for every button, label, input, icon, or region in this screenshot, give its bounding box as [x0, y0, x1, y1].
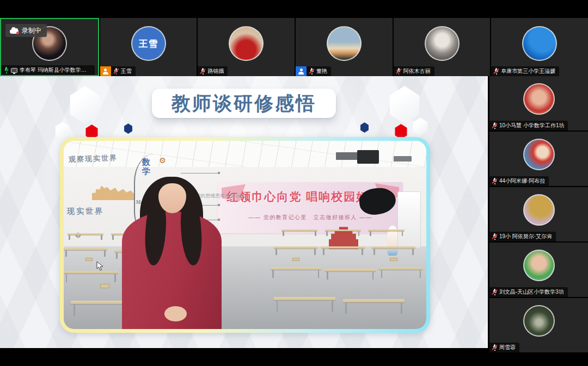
- meeting-window: 录制中 李有琴 玛纳斯县小学数学坊正在... 王雪 王雪: [0, 0, 588, 366]
- desk: [64, 271, 118, 274]
- avatar: [229, 26, 264, 61]
- avatar: [522, 26, 557, 61]
- avatar: [523, 194, 555, 226]
- mic-muted-icon: [492, 233, 497, 240]
- desk: [372, 246, 415, 249]
- stool: [100, 284, 110, 288]
- mic-muted-icon: [396, 68, 401, 75]
- mic-muted-icon: [492, 344, 497, 351]
- avatar: [327, 26, 362, 61]
- video-grid-top: 录制中 李有琴 玛纳斯县小学数学坊正在... 王雪 王雪: [0, 18, 588, 76]
- desk: [325, 229, 362, 231]
- video-tile-speaker[interactable]: 录制中 李有琴 玛纳斯县小学数学坊正在...: [0, 18, 99, 76]
- desk: [274, 246, 317, 249]
- desk: [343, 299, 405, 302]
- mic-muted-icon: [114, 68, 119, 75]
- mic-muted-icon: [492, 122, 497, 129]
- wall-art-text: 数学: [142, 158, 152, 176]
- city-skyline-art: [92, 184, 134, 200]
- mic-active-icon: [4, 67, 9, 73]
- screen-share-icon: [11, 68, 17, 73]
- desk: [379, 267, 422, 270]
- participant-name: 王雪: [121, 68, 132, 75]
- participant-name: 刘文晶-天山区小学数学3坊: [499, 289, 564, 295]
- wall-art-text: 观察现实世界: [69, 153, 118, 165]
- slide-title: 教师谈研修感悟: [171, 91, 316, 116]
- participant-name: 阜康市第三小学王溢媛: [501, 68, 555, 75]
- avatar: [523, 250, 555, 281]
- desk: [281, 229, 318, 231]
- participant-name: 阿依木古丽: [403, 68, 431, 75]
- participant-name: 10小马慧 小学数学工作1坊: [499, 122, 564, 129]
- desk: [274, 297, 335, 300]
- video-tile[interactable]: 阜康市第三小学王溢媛: [491, 18, 588, 76]
- participant-name: 李有琴 玛纳斯县小学数学坊正在...: [20, 67, 91, 73]
- cloud-recording-icon: [10, 29, 19, 34]
- participant-column: 10小马慧 小学数学工作1坊 44小阿米娜·阿布拉 19小 阿依努尔·艾尔肯 刘…: [489, 76, 588, 352]
- participant-badge-icon: [296, 66, 307, 76]
- slide-title-banner: 教师谈研修感悟: [152, 89, 336, 118]
- video-tile[interactable]: 10小马慧 小学数学工作1坊: [489, 76, 588, 131]
- circuit-line-art: [181, 173, 218, 173]
- wall-art-text: 现实世界: [67, 207, 104, 216]
- presenter-video-frame[interactable]: 红领巾心向党 唱响校园好声音 —— 党的教育记心里 立志做好接班人 —— 观察现…: [60, 137, 430, 333]
- participant-name: 19小 阿依努尔·艾尔肯: [499, 233, 552, 240]
- video-tile[interactable]: 刘文晶-天山区小学数学3坊: [489, 243, 588, 297]
- mic-muted-icon: [492, 289, 497, 295]
- main-stage-shared-screen[interactable]: 教师谈研修感悟 红领巾心向党 唱响校园好声音 —— 党的教育记心里 立志做好接班…: [0, 76, 488, 348]
- video-tile[interactable]: 王雪 王雪: [100, 18, 197, 76]
- mic-muted-icon: [492, 178, 497, 184]
- cabinet: [397, 191, 421, 248]
- avatar: [523, 139, 555, 170]
- gear-icon: ⚙: [159, 156, 166, 165]
- classroom: 红领巾心向党 唱响校园好声音 —— 党的教育记心里 立志做好接班人 —— 观察现…: [64, 141, 426, 329]
- mic-muted-icon: [309, 68, 314, 75]
- recording-badge: 录制中: [5, 24, 47, 37]
- wall-device: [357, 150, 379, 163]
- avatar: 王雪: [131, 26, 166, 61]
- avatar: [523, 83, 555, 115]
- video-tile[interactable]: 路锦娥: [198, 18, 295, 76]
- hexagon-decoration: [68, 86, 102, 124]
- avatar-initials: 王雪: [139, 38, 158, 50]
- mouse-cursor: [96, 261, 104, 271]
- participant-name: 周雪蓉: [499, 344, 516, 351]
- video-tile[interactable]: 44小阿米娜·阿布拉: [489, 132, 588, 186]
- hexagon-decoration: [124, 123, 133, 134]
- desk: [325, 269, 376, 271]
- desk: [68, 233, 104, 235]
- hexagon-decoration: [412, 117, 428, 136]
- participant-name: 44小阿米娜·阿布拉: [499, 178, 545, 184]
- gear-icon: ⚙: [75, 231, 82, 239]
- mic-muted-icon: [200, 68, 205, 75]
- participant-name: 路锦娥: [207, 68, 224, 75]
- ceiling-vent: [394, 156, 412, 162]
- stool: [292, 258, 299, 261]
- avatar: [523, 305, 555, 337]
- video-tile[interactable]: 董艳: [296, 18, 393, 76]
- desk: [271, 267, 321, 270]
- recording-label: 录制中: [22, 26, 41, 35]
- stool: [85, 258, 93, 261]
- desk: [64, 248, 107, 250]
- hexagon-decoration: [388, 86, 421, 124]
- video-tile[interactable]: 周雪蓉: [489, 298, 588, 352]
- hexagon-decoration: [360, 122, 369, 133]
- participant-name: 董艳: [316, 68, 327, 75]
- desk: [321, 246, 365, 249]
- avatar: [425, 26, 460, 61]
- video-tile[interactable]: 19小 阿依努尔·艾尔肯: [489, 187, 588, 241]
- banner-subtitle: —— 党的教育记心里 立志做好接班人 ——: [218, 214, 403, 221]
- stool: [390, 258, 397, 261]
- mic-muted-icon: [494, 68, 499, 75]
- hand-raised-badge-icon: [100, 66, 111, 76]
- video-tile[interactable]: 阿依木古丽: [394, 18, 491, 76]
- classroom-floor: [64, 246, 426, 329]
- desk: [368, 229, 405, 231]
